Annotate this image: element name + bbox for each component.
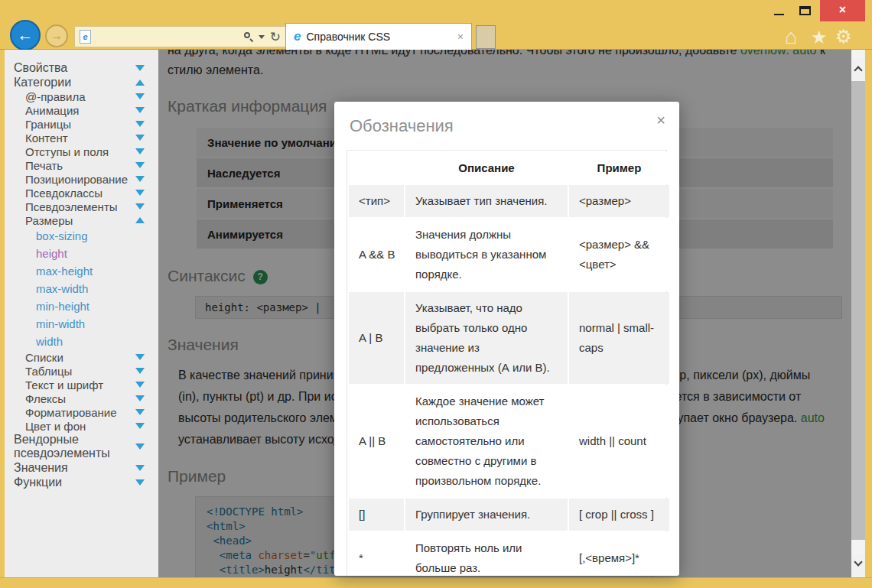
sidebar-item-svoystva[interactable]: Свойства xyxy=(5,60,145,75)
sidebar-item-razmery[interactable]: Размеры xyxy=(5,213,145,227)
search-handle xyxy=(249,38,253,42)
modal-header: Обозначения × xyxy=(334,102,679,145)
chevron-down-icon xyxy=(135,162,145,168)
favorites-star-icon[interactable]: ★ xyxy=(811,27,828,48)
sidebar-item-funkcii[interactable]: Функции xyxy=(5,475,145,489)
chevron-down-icon xyxy=(135,107,145,113)
back-arrow-icon: ← xyxy=(18,26,34,44)
chevron-down-icon xyxy=(135,368,145,374)
sidebar-item-fleksy[interactable]: Флексы xyxy=(5,391,145,405)
notation-table: Описание Пример <тип> Указывает тип знач… xyxy=(347,151,671,576)
table-row: A && B Значения должны выводиться в указ… xyxy=(349,219,669,291)
sidebar-item-formatirovanie[interactable]: Форматирование xyxy=(5,405,145,419)
maximize-button[interactable] xyxy=(797,2,814,20)
ie-favicon: e xyxy=(294,29,301,44)
chevron-down-icon xyxy=(135,423,145,429)
sidebar-item-pozicionirovanie[interactable]: Позиционирование xyxy=(5,172,145,186)
table-header-row: Описание Пример xyxy=(349,152,669,184)
sidebar-item-cvet-i-fon[interactable]: Цвет и фон xyxy=(5,419,145,433)
chevron-down-icon xyxy=(135,443,145,450)
chevron-up-icon xyxy=(854,66,862,74)
minimize-icon xyxy=(774,14,784,15)
chevron-down-icon xyxy=(135,409,145,415)
chevron-down-icon xyxy=(135,465,145,471)
forward-arrow-icon: → xyxy=(50,29,63,42)
modal-close-icon[interactable]: × xyxy=(656,112,665,128)
scroll-up-button[interactable] xyxy=(851,59,865,80)
refresh-icon[interactable]: ↻ xyxy=(270,31,281,44)
scrollbar-thumb[interactable] xyxy=(851,81,865,540)
chevron-up-icon xyxy=(135,80,145,86)
chevron-up-icon xyxy=(135,217,145,223)
table-row: * Повторять ноль или больше раз. [,<врем… xyxy=(349,532,669,576)
new-tab-button[interactable] xyxy=(476,25,496,49)
notation-table-wrap: Описание Пример <тип> Указывает тип знач… xyxy=(347,150,667,576)
search-icon[interactable] xyxy=(244,32,253,41)
sidebar-item-pechat[interactable]: Печать xyxy=(5,158,145,172)
chevron-down-icon xyxy=(135,93,145,99)
vertical-scrollbar[interactable] xyxy=(851,50,865,577)
tab-title: Справочник CSS xyxy=(306,31,457,43)
sidebar-link-min-width[interactable]: min-width xyxy=(5,315,145,333)
sidebar-link-max-width[interactable]: max-width xyxy=(5,280,145,297)
chevron-down-icon xyxy=(854,557,862,566)
chevron-down-icon xyxy=(135,395,145,401)
sidebar-item-znacheniya[interactable]: Значения xyxy=(5,460,145,475)
chevron-down-icon xyxy=(135,148,145,154)
chevron-down-icon xyxy=(135,382,145,388)
forward-button[interactable]: → xyxy=(45,24,68,47)
sidebar-item-at-pravila[interactable]: @-правила xyxy=(5,89,145,103)
browser-chrome: × ← → e ↻ e Справочник CSS × ⌂ ★ ⚙ xyxy=(0,0,872,50)
sidebar-item-tablicy[interactable]: Таблицы xyxy=(5,364,145,378)
table-row: [] Группирует значения. [ crop || cross … xyxy=(349,499,669,531)
browser-tab[interactable]: e Справочник CSS × xyxy=(285,23,472,50)
chevron-down-icon xyxy=(135,121,145,127)
page-icon: e xyxy=(80,30,91,44)
sidebar-item-psevdoelementy[interactable]: Псевдоэлементы xyxy=(5,200,145,213)
sidebar-link-box-sizing[interactable]: box-sizing xyxy=(5,227,145,245)
search-lens xyxy=(244,32,250,38)
tab-close-icon[interactable]: × xyxy=(457,31,464,43)
chevron-down-icon xyxy=(135,176,145,182)
sidebar-item-vendornye[interactable]: Вендорные псевдоэлементы xyxy=(5,433,145,460)
scroll-down-button[interactable] xyxy=(851,554,865,576)
chevron-down-icon xyxy=(135,65,145,71)
sidebar-item-psevdoklassy[interactable]: Псевдоклассы xyxy=(5,186,145,200)
table-row: <тип> Указывает тип значения. <размер> xyxy=(349,185,669,217)
maximize-icon xyxy=(799,6,811,15)
modal-title: Обозначения xyxy=(350,116,664,136)
sidebar-item-spiski[interactable]: Списки xyxy=(5,350,145,364)
sidebar-item-tekst-i-shrift[interactable]: Текст и шрифт xyxy=(5,378,145,391)
window-frame-bottom xyxy=(0,577,872,588)
chevron-down-icon xyxy=(135,190,145,196)
chevron-down-icon xyxy=(135,135,145,141)
notation-modal: Обозначения × Описание Пример <тип> Указ… xyxy=(334,102,679,576)
chevron-down-icon xyxy=(135,354,145,360)
sidebar: Свойства Категории @-правила Анимация Гр… xyxy=(5,50,158,577)
sidebar-item-animaciya[interactable]: Анимация xyxy=(5,103,145,117)
minimize-button[interactable] xyxy=(771,2,788,20)
sidebar-item-otstupy[interactable]: Отступы и поля xyxy=(5,145,145,158)
chevron-down-icon xyxy=(135,479,145,486)
sidebar-link-max-height[interactable]: max-height xyxy=(5,262,145,280)
chevron-down-icon[interactable] xyxy=(259,35,265,39)
settings-gear-icon[interactable]: ⚙ xyxy=(835,26,852,47)
chevron-down-icon xyxy=(135,203,145,210)
address-bar[interactable]: e ↻ xyxy=(74,26,286,47)
close-window-button[interactable]: × xyxy=(820,0,865,21)
back-button[interactable]: ← xyxy=(10,20,41,50)
sidebar-item-granicy[interactable]: Границы xyxy=(5,117,145,131)
close-icon: × xyxy=(839,3,846,16)
sidebar-link-min-height[interactable]: min-height xyxy=(5,297,145,315)
sidebar-link-height[interactable]: height xyxy=(5,245,145,262)
table-row: A || B Каждое значение может использоват… xyxy=(349,385,669,497)
sidebar-item-kontent[interactable]: Контент xyxy=(5,131,145,145)
sidebar-item-kategorii[interactable]: Категории xyxy=(5,75,145,89)
sidebar-link-width[interactable]: width xyxy=(5,333,145,350)
home-icon[interactable]: ⌂ xyxy=(785,25,797,49)
table-row: A | B Указывает, что надо выбрать только… xyxy=(349,292,669,384)
